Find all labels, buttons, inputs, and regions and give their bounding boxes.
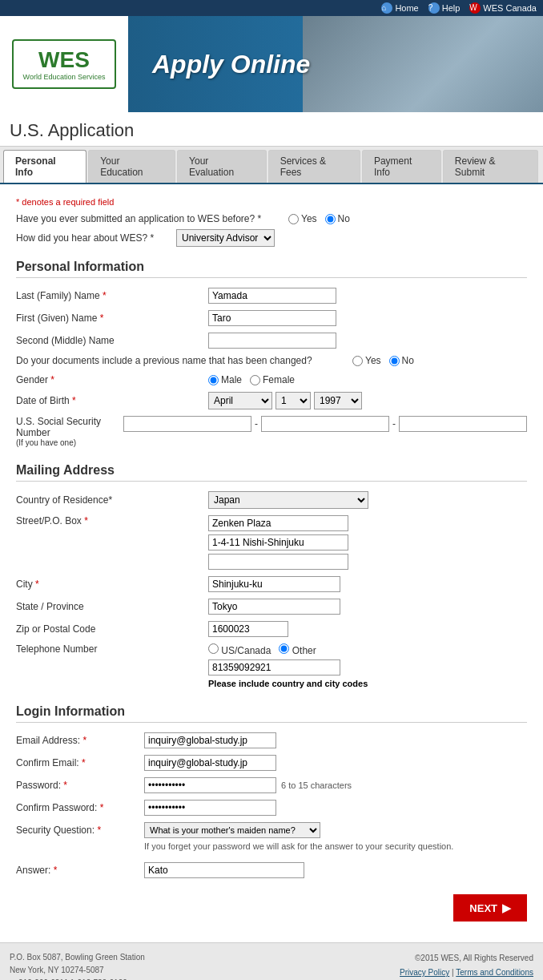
dob-month-select[interactable]: AprilJanuaryFebruaryMarch MayJuneJulyAug… xyxy=(208,392,272,409)
footer-address1: P.O. Box 5087, Bowling Green Station xyxy=(10,951,145,964)
gender-female-option[interactable]: Female xyxy=(250,374,295,385)
dob-label: Date of Birth * xyxy=(16,395,208,406)
wes-canada-link[interactable]: W WES Canada xyxy=(469,2,537,14)
ssn-input-3[interactable] xyxy=(399,416,527,432)
header-image xyxy=(303,16,543,112)
submitted-no-option[interactable]: No xyxy=(325,213,350,224)
gender-male-radio[interactable] xyxy=(208,375,219,385)
street-label: Street/P.O. Box * xyxy=(16,515,208,526)
gender-female-radio[interactable] xyxy=(250,375,260,385)
home-icon: ⌂ xyxy=(381,2,392,14)
submitted-yes-radio[interactable] xyxy=(288,214,299,224)
phone-other-radio[interactable] xyxy=(279,643,289,654)
street-row: Street/P.O. Box * xyxy=(16,515,527,570)
home-link[interactable]: ⌂ Home xyxy=(381,2,418,14)
phone-us-option[interactable]: US/Canada xyxy=(208,643,271,656)
tab-your-education[interactable]: Your Education xyxy=(88,150,175,183)
dob-row: Date of Birth * AprilJanuaryFebruaryMarc… xyxy=(16,392,527,409)
tab-review-submit[interactable]: Review & Submit xyxy=(443,150,538,183)
first-name-row: First (Given) Name * xyxy=(16,310,527,326)
phone-area: US/Canada Other Please include country a… xyxy=(208,643,368,688)
required-note: * denotes a required field xyxy=(16,197,527,207)
gender-label: Gender * xyxy=(16,374,208,385)
tab-your-evaluation[interactable]: Your Evaluation xyxy=(177,150,267,183)
next-btn-label: NEXT xyxy=(469,902,497,914)
next-arrow-icon: ▶ xyxy=(502,901,511,914)
form-area: * denotes a required field Have you ever… xyxy=(0,184,543,942)
last-name-input[interactable] xyxy=(208,288,336,304)
dob-inputs: AprilJanuaryFebruaryMarch MayJuneJulyAug… xyxy=(208,392,362,409)
gender-female-label: Female xyxy=(263,374,295,385)
dob-day-select[interactable]: 123 xyxy=(276,392,311,409)
ssn-input-2[interactable] xyxy=(261,416,389,432)
tab-payment-info[interactable]: Payment Info xyxy=(362,150,441,183)
hear-label: How did you hear about WES? * xyxy=(16,232,176,244)
terms-link[interactable]: Terms and Conditions xyxy=(456,968,533,977)
security-q-select[interactable]: What is your mother's maiden name? What … xyxy=(144,822,320,838)
phone-input[interactable] xyxy=(208,659,340,676)
logo-area: WES World Education Services xyxy=(0,16,128,112)
password-row: Password: * 6 to 15 characters xyxy=(16,777,527,793)
footer-phone: p: 212-966-6311 f: 212-739-6120 xyxy=(10,977,145,980)
phone-row: Telephone Number US/Canada Other Please … xyxy=(16,643,527,688)
hear-row: How did you hear about WES? * University… xyxy=(16,229,527,247)
state-input[interactable] xyxy=(208,599,340,615)
footer-separator: | xyxy=(452,968,454,977)
phone-other-option[interactable]: Other xyxy=(279,643,316,656)
country-row: Country of Residence* JapanUnited States… xyxy=(16,491,527,509)
tab-services-fees[interactable]: Services & Fees xyxy=(268,150,360,183)
zip-input[interactable] xyxy=(208,621,288,637)
prev-no-radio[interactable] xyxy=(389,356,400,366)
submitted-no-label: No xyxy=(338,213,350,224)
country-label: Country of Residence* xyxy=(16,494,208,506)
btn-row: NEXT ▶ xyxy=(16,894,527,922)
city-label: City * xyxy=(16,579,208,590)
personal-info-divider xyxy=(16,277,527,278)
middle-name-input[interactable] xyxy=(208,333,336,349)
dob-year-select[interactable]: 199719961998 xyxy=(314,392,362,409)
help-link[interactable]: ? Help xyxy=(428,2,461,14)
confirm-pwd-input[interactable] xyxy=(144,800,276,816)
gender-male-option[interactable]: Male xyxy=(208,374,242,385)
street-input-3[interactable] xyxy=(208,554,348,570)
tab-personal-info[interactable]: Personal Info xyxy=(3,150,86,183)
submitted-radio-group: Yes No xyxy=(288,213,350,224)
prev-yes-label: Yes xyxy=(365,355,381,366)
submitted-yes-option[interactable]: Yes xyxy=(288,213,317,224)
confirm-email-input[interactable] xyxy=(144,755,276,771)
ssn-inputs: - - xyxy=(123,416,527,432)
footer-links: Privacy Policy | Terms and Conditions xyxy=(400,966,533,980)
email-input[interactable] xyxy=(144,732,276,748)
city-input[interactable] xyxy=(208,576,340,592)
gender-male-label: Male xyxy=(221,374,242,385)
phone-note: Please include country and city codes xyxy=(208,679,368,688)
submitted-no-radio[interactable] xyxy=(325,214,336,224)
next-button[interactable]: NEXT ▶ xyxy=(453,894,527,922)
prev-yes-radio[interactable] xyxy=(352,356,363,366)
privacy-link[interactable]: Privacy Policy xyxy=(400,968,449,977)
prev-no-option[interactable]: No xyxy=(389,355,414,366)
state-row: State / Province xyxy=(16,599,527,615)
ssn-note: (If you have one) xyxy=(16,438,123,447)
submitted-yes-label: Yes xyxy=(301,213,317,224)
first-name-input[interactable] xyxy=(208,310,336,326)
street-input-2[interactable] xyxy=(208,534,348,550)
password-input[interactable] xyxy=(144,777,276,793)
phone-us-radio[interactable] xyxy=(208,643,219,654)
footer: P.O. Box 5087, Bowling Green Station New… xyxy=(0,942,543,980)
header: WES World Education Services Apply Onlin… xyxy=(0,16,543,112)
street-input-1[interactable] xyxy=(208,515,348,531)
city-row: City * xyxy=(16,576,527,592)
phone-radio-group: US/Canada Other xyxy=(208,643,368,656)
hear-dropdown[interactable]: University Advisor Internet Search Frien… xyxy=(176,229,275,247)
prev-yes-option[interactable]: Yes xyxy=(352,355,381,366)
submitted-question-label: Have you ever submitted an application t… xyxy=(16,213,288,224)
country-select[interactable]: JapanUnited StatesCanada xyxy=(208,491,368,509)
personal-info-header: Personal Information xyxy=(16,260,527,274)
help-icon: ? xyxy=(428,2,440,14)
answer-input[interactable] xyxy=(144,862,304,878)
security-note: If you forget your password we will ask … xyxy=(144,841,453,851)
ssn-input-1[interactable] xyxy=(123,416,251,432)
login-header: Login Information xyxy=(16,704,527,719)
confirm-email-row: Confirm Email: * xyxy=(16,755,527,771)
